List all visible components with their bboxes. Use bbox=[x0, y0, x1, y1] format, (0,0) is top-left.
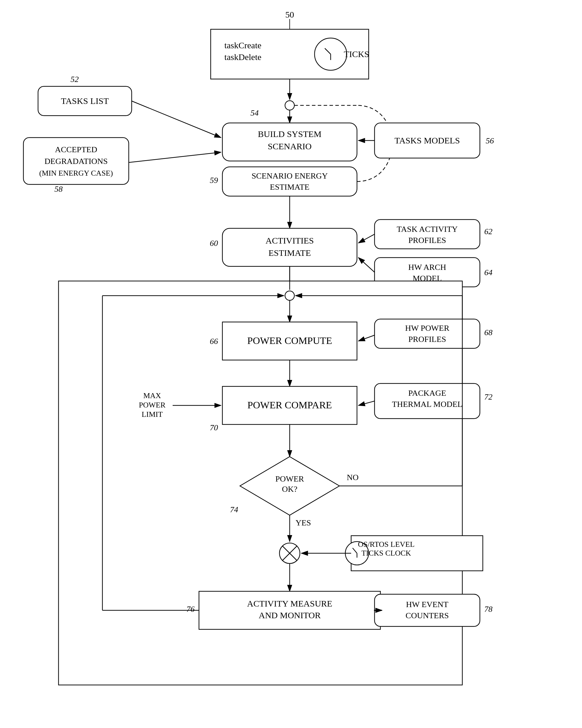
hw-event-label2: COUNTERS bbox=[405, 611, 449, 620]
junction-circle-2 bbox=[285, 291, 294, 300]
max-power-label1: MAX bbox=[143, 391, 161, 400]
power-ok-label1: POWER bbox=[275, 474, 304, 483]
task-activity-label2: PROFILES bbox=[408, 236, 446, 245]
taskdelete-label: taskDelete bbox=[224, 52, 262, 62]
os-rtos-label1: OS/RTOS LEVEL bbox=[358, 540, 415, 549]
scenario-energy-label2: ESTIMATE bbox=[270, 182, 309, 191]
accepted-label3: (MIN ENERGY CASE) bbox=[39, 169, 113, 177]
ref-62: 62 bbox=[484, 227, 493, 236]
diagram-container: 50 taskCreate taskDelete TICKS 54 BUILD … bbox=[0, 0, 582, 728]
ref-54: 54 bbox=[250, 108, 259, 118]
build-system-label2: SCENARIO bbox=[268, 141, 312, 151]
power-ok-label2: OK? bbox=[282, 485, 298, 494]
ref-56: 56 bbox=[486, 136, 494, 145]
ref-52: 52 bbox=[71, 75, 79, 84]
ref-66: 66 bbox=[210, 337, 218, 346]
package-thermal-label1: PACKAGE bbox=[408, 388, 446, 397]
activities-estimate-box bbox=[222, 228, 357, 266]
tasks-models-label: TASKS MODELS bbox=[394, 135, 460, 145]
junction-circle-top bbox=[285, 101, 294, 110]
build-system-label1: BUILD SYSTEM bbox=[258, 129, 322, 139]
activity-measure-label1: ACTIVITY MEASURE bbox=[247, 599, 332, 608]
ref-59: 59 bbox=[210, 176, 218, 185]
no-label: NO bbox=[347, 473, 359, 482]
hw-arch-label1: HW ARCH bbox=[408, 263, 446, 271]
hw-power-label1: HW POWER bbox=[405, 323, 449, 333]
ref-70: 70 bbox=[210, 423, 218, 432]
package-thermal-label2: THERMAL MODEL bbox=[392, 399, 462, 409]
arrow-taskactivity-to-activities bbox=[359, 234, 374, 243]
ref-78: 78 bbox=[484, 604, 493, 614]
max-power-label2: POWER bbox=[139, 401, 166, 409]
hw-event-counters-box bbox=[374, 594, 480, 626]
ref-60: 60 bbox=[210, 239, 218, 248]
ticks-label: TICKS bbox=[344, 49, 369, 59]
hw-event-label1: HW EVENT bbox=[406, 600, 449, 609]
taskcreate-label: taskCreate bbox=[224, 41, 262, 50]
ref-50: 50 bbox=[285, 10, 294, 19]
max-power-label3: LIMIT bbox=[142, 410, 163, 419]
tasks-list-label: TASKS LIST bbox=[61, 96, 109, 106]
power-compare-label: POWER COMPARE bbox=[247, 399, 332, 410]
os-rtos-label2: TICKS CLOCK bbox=[361, 549, 411, 557]
accepted-label2: DEGRADATIONS bbox=[45, 157, 108, 166]
ref-58: 58 bbox=[54, 184, 62, 193]
activities-label2: ESTIMATE bbox=[269, 248, 311, 258]
power-compute-label: POWER COMPUTE bbox=[247, 335, 332, 346]
hw-power-label2: PROFILES bbox=[408, 335, 446, 344]
ref-72: 72 bbox=[484, 392, 493, 401]
accepted-label1: ACCEPTED bbox=[55, 145, 98, 154]
activity-measure-label2: AND MONITOR bbox=[259, 610, 321, 620]
ref-64: 64 bbox=[484, 268, 493, 277]
ref-68: 68 bbox=[484, 328, 493, 337]
activities-label1: ACTIVITIES bbox=[266, 236, 314, 245]
yes-label: YES bbox=[295, 518, 311, 527]
arrow-taskslist-to-build bbox=[132, 101, 221, 137]
task-activity-label1: TASK ACTIVITY bbox=[397, 225, 458, 234]
ref-74: 74 bbox=[230, 505, 238, 514]
arrow-hwarch-to-activities bbox=[359, 258, 374, 272]
ref-76: 76 bbox=[186, 604, 194, 614]
scenario-energy-label1: SCENARIO ENERGY bbox=[252, 171, 328, 180]
arrow-accepted-to-build bbox=[129, 152, 221, 162]
